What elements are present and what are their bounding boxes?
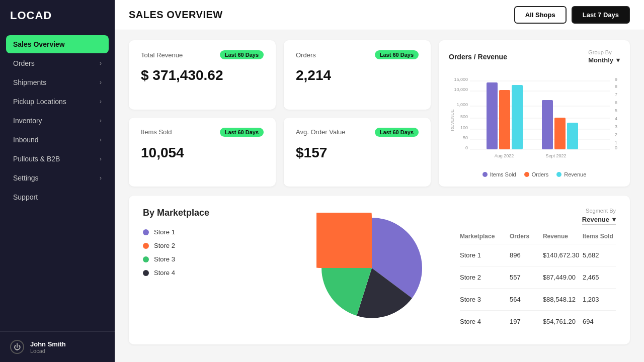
date-range-button[interactable]: Last 7 Days: [572, 6, 630, 24]
stat-label-orders: Orders: [296, 51, 316, 59]
chevron-icon: ›: [100, 136, 102, 143]
stat-card-items-sold: Items Sold Last 60 Days 10,054: [129, 118, 276, 187]
user-company: Locad: [30, 348, 66, 354]
cell-revenue: $140,672.30: [543, 251, 583, 259]
all-shops-button[interactable]: All Shops: [514, 6, 567, 24]
sidebar-item-pickup-locations[interactable]: Pickup Locations›: [6, 93, 109, 111]
stat-header-items-sold: Items Sold Last 60 Days: [141, 128, 264, 137]
svg-text:Sept 2022: Sept 2022: [545, 153, 566, 158]
cell-marketplace: Store 2: [460, 274, 510, 281]
cell-items-sold: 2,465: [583, 274, 616, 281]
svg-text:0: 0: [465, 145, 468, 150]
svg-rect-31: [567, 123, 578, 149]
legend-label-items-sold: Items Sold: [490, 171, 516, 177]
sidebar-item-orders[interactable]: Orders›: [6, 54, 109, 72]
sidebar-item-settings[interactable]: Settings›: [6, 169, 109, 187]
cell-orders: 564: [510, 296, 543, 303]
stat-value-items-sold: 10,054: [141, 145, 264, 161]
stats-chart-grid: Total Revenue Last 60 Days $ 371,430.62 …: [129, 40, 630, 187]
stat-value-orders: 2,214: [296, 67, 419, 83]
stat-badge-orders: Last 60 Days: [375, 50, 419, 59]
svg-text:7: 7: [615, 92, 617, 97]
page-title: SALES OVERVIEW: [129, 9, 223, 21]
marketplace-right: Segment By Revenue ▾ Marketplace Orders …: [460, 208, 616, 332]
legend-dot-revenue: [556, 172, 561, 177]
stat-badge-avg-order-value: Last 60 Days: [375, 128, 419, 137]
marketplace-card: By Marketplace Store 1Store 2Store 3Stor…: [129, 196, 630, 344]
cell-revenue: $87,449.00: [543, 274, 583, 281]
svg-text:4: 4: [615, 116, 617, 121]
svg-rect-26: [487, 82, 498, 149]
legend-store-1: Store 1: [143, 228, 284, 236]
stat-card-avg-order-value: Avg. Order Value Last 60 Days $157: [284, 118, 431, 187]
svg-text:9: 9: [615, 77, 617, 82]
chart-title: Orders / Revenue: [449, 53, 507, 61]
dashboard-content: Total Revenue Last 60 Days $ 371,430.62 …: [115, 30, 644, 354]
stat-badge-total-revenue: Last 60 Days: [220, 50, 264, 59]
svg-text:15,000: 15,000: [454, 77, 468, 82]
stat-card-orders: Orders Last 60 Days 2,214: [284, 40, 431, 110]
chevron-icon: ›: [100, 174, 102, 182]
chevron-icon: ›: [100, 155, 102, 162]
market-dot: [143, 256, 149, 262]
cell-orders: 197: [510, 318, 543, 325]
market-dot: [143, 229, 149, 235]
sidebar-item-inbound[interactable]: Inbound›: [6, 131, 109, 149]
col-marketplace: Marketplace: [460, 233, 510, 240]
sidebar-footer: ⏻ John Smith Locad: [0, 331, 115, 362]
cell-revenue: $54,761.20: [543, 318, 583, 325]
sidebar-item-label: Inventory: [13, 117, 42, 125]
table-row: Store 1 896 $140,672.30 5,682: [460, 244, 616, 266]
pie-chart-svg: [316, 213, 427, 323]
svg-text:0: 0: [615, 145, 617, 150]
svg-text:1,000: 1,000: [456, 102, 468, 107]
chevron-icon: ›: [100, 60, 102, 67]
svg-rect-28: [512, 85, 523, 149]
svg-text:50: 50: [463, 135, 468, 140]
table-header-row: Marketplace Orders Revenue Items Sold: [460, 229, 616, 244]
segment-by-label: Segment By: [460, 208, 616, 214]
table-row: Store 4 197 $54,761.20 694: [460, 311, 616, 332]
legend-store-4: Store 4: [143, 269, 284, 277]
svg-text:Aug 2022: Aug 2022: [495, 153, 514, 158]
stat-card-total-revenue: Total Revenue Last 60 Days $ 371,430.62: [129, 40, 276, 110]
chevron-icon: ›: [100, 117, 102, 124]
chevron-icon: ›: [100, 79, 102, 86]
segment-by-select[interactable]: Revenue ▾: [582, 216, 616, 225]
sidebar-item-support[interactable]: Support: [6, 188, 109, 206]
col-revenue: Revenue: [543, 233, 583, 240]
col-items-sold: Items Sold: [583, 233, 616, 240]
svg-text:500: 500: [460, 114, 468, 119]
sidebar-item-label: Orders: [13, 59, 35, 67]
sidebar: LOCAD Sales OverviewOrders›Shipments›Pic…: [0, 0, 115, 362]
chevron-icon: ›: [100, 98, 102, 105]
market-dot: [143, 270, 149, 276]
logout-button[interactable]: ⏻: [10, 340, 24, 354]
cell-orders: 896: [510, 251, 543, 259]
sidebar-item-label: Pullouts & B2B: [13, 155, 60, 163]
cell-orders: 557: [510, 274, 543, 281]
stat-header-total-revenue: Total Revenue Last 60 Days: [141, 50, 264, 59]
legend-label-revenue: Revenue: [564, 171, 586, 177]
sidebar-item-inventory[interactable]: Inventory›: [6, 112, 109, 130]
legend-label-orders: Orders: [532, 171, 549, 177]
stat-label-items-sold: Items Sold: [141, 128, 172, 136]
stat-value-total-revenue: $ 371,430.62: [141, 67, 264, 83]
sidebar-item-sales-overview[interactable]: Sales Overview: [6, 35, 109, 53]
svg-text:REVENUE: REVENUE: [450, 109, 455, 131]
stat-badge-items-sold: Last 60 Days: [220, 128, 264, 137]
group-by-select[interactable]: Monthly ▾: [588, 56, 620, 64]
sidebar-item-pullouts-b2b[interactable]: Pullouts & B2B›: [6, 150, 109, 168]
logo: LOCAD: [0, 0, 115, 31]
svg-text:2: 2: [615, 132, 617, 137]
svg-text:8: 8: [615, 84, 617, 89]
sidebar-item-label: Support: [13, 193, 38, 201]
legend-dot-orders: [524, 172, 529, 177]
sidebar-item-shipments[interactable]: Shipments›: [6, 73, 109, 92]
legend-dot-items-sold: [482, 172, 488, 177]
group-by-value: Monthly: [588, 56, 613, 64]
market-dot: [143, 243, 149, 249]
sidebar-item-label: Shipments: [13, 78, 46, 86]
legend-orders: Orders: [524, 171, 549, 177]
pie-chart-container: [294, 208, 450, 328]
